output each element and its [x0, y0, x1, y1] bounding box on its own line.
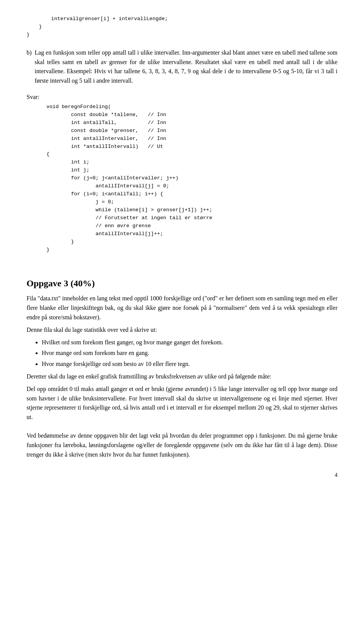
section-b: b) Lag en funksjon som teller opp antall… [27, 48, 337, 89]
svar-code: void beregnFordeling( const double *tall… [34, 103, 337, 254]
section-b-text: Lag en funksjon som teller opp antall ta… [35, 48, 337, 86]
section-b-label: b) [27, 48, 31, 89]
oppgave3-bullets: Hvilket ord som forekom flest ganger, og… [42, 338, 337, 369]
oppgave3-paragraph2: Denne fila skal du lage statistikk over … [27, 325, 337, 335]
top-code-section: intervallgrenser[i] + intervallLengde; }… [27, 15, 337, 39]
oppgave3-paragraph1: Fila "data.txt" inneholder en lang tekst… [27, 294, 337, 322]
svar-label: Svar: [27, 93, 337, 102]
oppgave3-paragraph3: Deretter skal du lage en enkel grafisk f… [27, 372, 337, 382]
top-code-line-3: } [27, 31, 337, 39]
oppgave3-paragraph5: Ved bedømmelse av denne oppgaven blir de… [27, 431, 337, 459]
bullet-item-1: Hvilket ord som forekom flest ganger, og… [42, 338, 337, 347]
oppgave3-heading: Oppgave 3 (40%) [27, 276, 337, 290]
oppgave3-paragraph4: Del opp området 0 til maks antall ganger… [27, 385, 337, 422]
bullet-item-2: Hvor mange ord som forekom bare en gang. [42, 349, 337, 358]
top-code-line-1: intervallgrenser[i] + intervallLengde; [27, 15, 337, 23]
top-code-line-2: } [27, 23, 337, 31]
page-number: 4 [27, 471, 337, 479]
bullet-item-3: Hvor mange forskjellige ord som besto av… [42, 360, 337, 369]
